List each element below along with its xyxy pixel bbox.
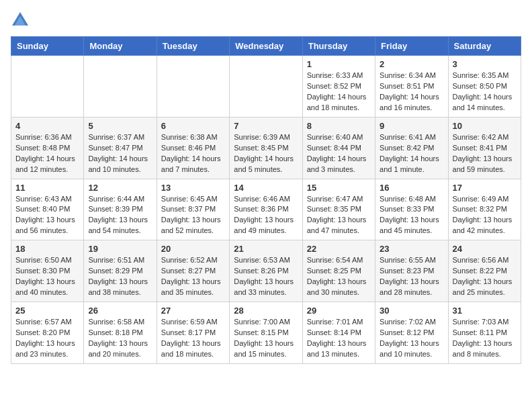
day-cell: 30Sunrise: 7:02 AMSunset: 8:12 PMDayligh… <box>375 302 448 364</box>
header-day-sunday: Sunday <box>11 37 84 56</box>
day-info: Sunrise: 6:59 AMSunset: 8:17 PMDaylight:… <box>161 317 225 360</box>
day-cell: 17Sunrise: 6:49 AMSunset: 8:32 PMDayligh… <box>448 179 521 240</box>
day-cell: 25Sunrise: 6:57 AMSunset: 8:20 PMDayligh… <box>11 302 84 364</box>
day-info: Sunrise: 6:39 AMSunset: 8:45 PMDaylight:… <box>234 132 298 175</box>
header-day-wednesday: Wednesday <box>230 37 302 56</box>
header-day-thursday: Thursday <box>302 37 375 56</box>
day-number: 30 <box>380 306 443 316</box>
day-info: Sunrise: 7:03 AMSunset: 8:11 PMDaylight:… <box>453 317 517 360</box>
page-header <box>11 11 521 30</box>
day-cell: 2Sunrise: 6:34 AMSunset: 8:51 PMDaylight… <box>375 56 448 118</box>
day-number: 13 <box>161 183 225 193</box>
day-cell: 31Sunrise: 7:03 AMSunset: 8:11 PMDayligh… <box>448 302 521 364</box>
day-number: 25 <box>15 306 79 316</box>
day-number: 26 <box>88 306 152 316</box>
header-day-monday: Monday <box>84 37 157 56</box>
day-cell: 4Sunrise: 6:36 AMSunset: 8:48 PMDaylight… <box>11 117 84 179</box>
header-day-friday: Friday <box>375 37 448 56</box>
day-cell: 10Sunrise: 6:42 AMSunset: 8:41 PMDayligh… <box>448 117 521 179</box>
day-number: 3 <box>453 59 517 69</box>
day-info: Sunrise: 6:34 AMSunset: 8:51 PMDaylight:… <box>380 71 443 113</box>
day-number: 14 <box>234 183 298 193</box>
day-number: 18 <box>15 244 79 254</box>
day-info: Sunrise: 6:37 AMSunset: 8:47 PMDaylight:… <box>88 132 152 175</box>
day-number: 19 <box>88 244 152 254</box>
day-cell: 8Sunrise: 6:40 AMSunset: 8:44 PMDaylight… <box>302 117 375 179</box>
day-cell: 28Sunrise: 7:00 AMSunset: 8:15 PMDayligh… <box>230 302 302 364</box>
day-cell: 21Sunrise: 6:53 AMSunset: 8:26 PMDayligh… <box>230 240 302 302</box>
day-number: 16 <box>380 183 443 193</box>
day-info: Sunrise: 6:38 AMSunset: 8:46 PMDaylight:… <box>161 132 225 175</box>
day-cell: 18Sunrise: 6:50 AMSunset: 8:30 PMDayligh… <box>11 240 84 302</box>
calendar-header: SundayMondayTuesdayWednesdayThursdayFrid… <box>11 37 521 56</box>
logo <box>11 11 31 30</box>
logo-icon <box>11 11 30 30</box>
header-day-tuesday: Tuesday <box>157 37 229 56</box>
day-info: Sunrise: 7:01 AMSunset: 8:14 PMDaylight:… <box>307 317 371 360</box>
day-number: 29 <box>307 306 371 316</box>
day-cell: 9Sunrise: 6:41 AMSunset: 8:42 PMDaylight… <box>375 117 448 179</box>
day-cell: 7Sunrise: 6:39 AMSunset: 8:45 PMDaylight… <box>230 117 302 179</box>
day-info: Sunrise: 6:44 AMSunset: 8:39 PMDaylight:… <box>88 194 152 237</box>
day-info: Sunrise: 6:36 AMSunset: 8:48 PMDaylight:… <box>15 132 79 175</box>
week-row-4: 18Sunrise: 6:50 AMSunset: 8:30 PMDayligh… <box>11 240 521 302</box>
week-row-5: 25Sunrise: 6:57 AMSunset: 8:20 PMDayligh… <box>11 302 521 364</box>
day-info: Sunrise: 6:50 AMSunset: 8:30 PMDaylight:… <box>15 255 79 298</box>
calendar-body: 1Sunrise: 6:33 AMSunset: 8:52 PMDaylight… <box>11 56 521 364</box>
week-row-1: 1Sunrise: 6:33 AMSunset: 8:52 PMDaylight… <box>11 56 521 118</box>
day-number: 22 <box>307 244 371 254</box>
day-number: 27 <box>161 306 225 316</box>
day-cell: 22Sunrise: 6:54 AMSunset: 8:25 PMDayligh… <box>302 240 375 302</box>
day-info: Sunrise: 6:56 AMSunset: 8:22 PMDaylight:… <box>453 255 517 298</box>
day-cell: 23Sunrise: 6:55 AMSunset: 8:23 PMDayligh… <box>375 240 448 302</box>
day-number: 7 <box>234 121 298 131</box>
day-number: 23 <box>380 244 443 254</box>
day-info: Sunrise: 6:52 AMSunset: 8:27 PMDaylight:… <box>161 255 225 298</box>
day-info: Sunrise: 6:47 AMSunset: 8:35 PMDaylight:… <box>307 194 371 237</box>
day-cell: 20Sunrise: 6:52 AMSunset: 8:27 PMDayligh… <box>157 240 229 302</box>
day-info: Sunrise: 6:51 AMSunset: 8:29 PMDaylight:… <box>88 255 152 298</box>
day-cell: 5Sunrise: 6:37 AMSunset: 8:47 PMDaylight… <box>84 117 157 179</box>
day-number: 4 <box>15 121 79 131</box>
day-cell: 27Sunrise: 6:59 AMSunset: 8:17 PMDayligh… <box>157 302 229 364</box>
day-info: Sunrise: 6:55 AMSunset: 8:23 PMDaylight:… <box>380 255 443 298</box>
day-cell: 1Sunrise: 6:33 AMSunset: 8:52 PMDaylight… <box>302 56 375 118</box>
day-cell: 13Sunrise: 6:45 AMSunset: 8:37 PMDayligh… <box>157 179 229 240</box>
day-info: Sunrise: 6:45 AMSunset: 8:37 PMDaylight:… <box>161 194 225 237</box>
day-cell: 29Sunrise: 7:01 AMSunset: 8:14 PMDayligh… <box>302 302 375 364</box>
day-cell <box>157 56 229 118</box>
day-number: 1 <box>307 59 371 69</box>
day-cell: 26Sunrise: 6:58 AMSunset: 8:18 PMDayligh… <box>84 302 157 364</box>
day-info: Sunrise: 6:57 AMSunset: 8:20 PMDaylight:… <box>15 317 79 360</box>
day-number: 9 <box>380 121 443 131</box>
day-number: 17 <box>453 183 517 193</box>
day-number: 6 <box>161 121 225 131</box>
day-cell: 16Sunrise: 6:48 AMSunset: 8:33 PMDayligh… <box>375 179 448 240</box>
day-info: Sunrise: 6:49 AMSunset: 8:32 PMDaylight:… <box>453 194 517 237</box>
day-number: 2 <box>380 59 443 69</box>
day-number: 11 <box>15 183 79 193</box>
day-number: 5 <box>88 121 152 131</box>
day-info: Sunrise: 6:53 AMSunset: 8:26 PMDaylight:… <box>234 255 298 298</box>
header-day-saturday: Saturday <box>448 37 521 56</box>
day-info: Sunrise: 6:41 AMSunset: 8:42 PMDaylight:… <box>380 132 443 175</box>
day-info: Sunrise: 6:43 AMSunset: 8:40 PMDaylight:… <box>15 194 79 237</box>
day-info: Sunrise: 6:48 AMSunset: 8:33 PMDaylight:… <box>380 194 443 237</box>
header-row: SundayMondayTuesdayWednesdayThursdayFrid… <box>11 37 521 56</box>
day-number: 12 <box>88 183 152 193</box>
day-info: Sunrise: 6:33 AMSunset: 8:52 PMDaylight:… <box>307 71 371 113</box>
day-cell: 15Sunrise: 6:47 AMSunset: 8:35 PMDayligh… <box>302 179 375 240</box>
day-info: Sunrise: 6:54 AMSunset: 8:25 PMDaylight:… <box>307 255 371 298</box>
day-cell <box>11 56 84 118</box>
day-cell: 12Sunrise: 6:44 AMSunset: 8:39 PMDayligh… <box>84 179 157 240</box>
day-number: 24 <box>453 244 517 254</box>
day-number: 31 <box>453 306 517 316</box>
day-info: Sunrise: 6:58 AMSunset: 8:18 PMDaylight:… <box>88 317 152 360</box>
day-info: Sunrise: 7:00 AMSunset: 8:15 PMDaylight:… <box>234 317 298 360</box>
day-cell: 14Sunrise: 6:46 AMSunset: 8:36 PMDayligh… <box>230 179 302 240</box>
day-info: Sunrise: 6:46 AMSunset: 8:36 PMDaylight:… <box>234 194 298 237</box>
day-cell: 24Sunrise: 6:56 AMSunset: 8:22 PMDayligh… <box>448 240 521 302</box>
day-info: Sunrise: 6:42 AMSunset: 8:41 PMDaylight:… <box>453 132 517 175</box>
day-number: 10 <box>453 121 517 131</box>
day-cell: 19Sunrise: 6:51 AMSunset: 8:29 PMDayligh… <box>84 240 157 302</box>
